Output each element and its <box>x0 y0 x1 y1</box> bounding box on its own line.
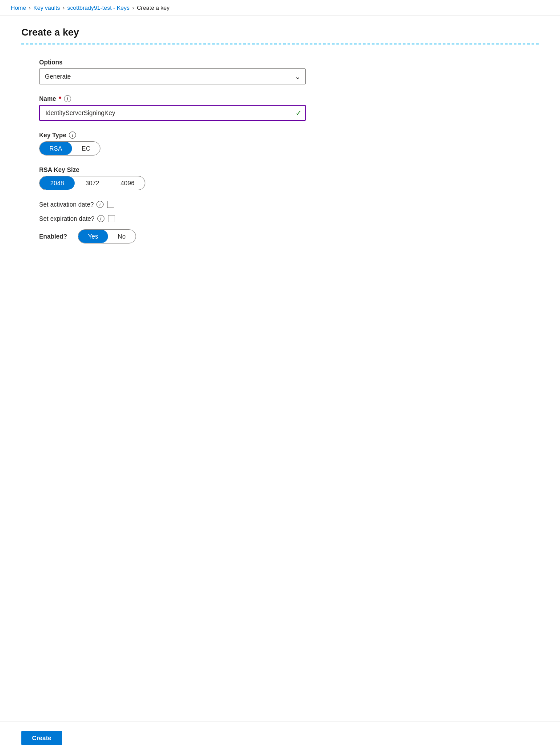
activation-date-row: Set activation date? i <box>39 201 350 208</box>
rsa-key-size-label: RSA Key Size <box>39 166 350 173</box>
enabled-no-button[interactable]: No <box>108 230 136 243</box>
expiration-date-checkbox[interactable] <box>108 215 115 222</box>
footer: Create <box>0 722 560 754</box>
page-title: Create a key <box>21 27 539 38</box>
required-star: * <box>59 95 61 102</box>
breadcrumb-separator-3: › <box>132 4 134 11</box>
main-content: Create a key Options Generate Import Res… <box>0 16 560 722</box>
options-select-wrapper: Generate Import Restore from backup ⌄ <box>39 68 306 84</box>
enabled-toggle-group: Yes No <box>78 229 136 243</box>
breadcrumb-key-vaults[interactable]: Key vaults <box>33 4 60 11</box>
options-label: Options <box>39 59 350 66</box>
check-icon: ✓ <box>296 109 301 117</box>
options-group: Options Generate Import Restore from bac… <box>39 59 350 84</box>
create-button[interactable]: Create <box>21 731 62 745</box>
activation-date-label: Set activation date? i <box>39 201 104 208</box>
key-size-toggle-group: 2048 3072 4096 <box>39 176 145 190</box>
name-info-icon[interactable]: i <box>64 95 71 102</box>
name-group: Name * i ✓ <box>39 95 350 121</box>
key-type-ec-button[interactable]: EC <box>72 142 100 155</box>
activation-date-checkbox[interactable] <box>107 201 114 208</box>
key-size-3072-button[interactable]: 3072 <box>75 176 110 190</box>
breadcrumb-current: Create a key <box>137 4 170 11</box>
breadcrumb: Home › Key vaults › scottbrady91-test - … <box>0 0 560 16</box>
create-key-form: Options Generate Import Restore from bac… <box>39 59 350 243</box>
key-type-label: Key Type i <box>39 132 350 139</box>
breadcrumb-keys[interactable]: scottbrady91-test - Keys <box>67 4 129 11</box>
enabled-yes-button[interactable]: Yes <box>78 230 108 243</box>
enabled-row: Enabled? Yes No <box>39 229 350 243</box>
breadcrumb-separator-1: › <box>29 4 31 11</box>
key-type-toggle-group: RSA EC <box>39 141 100 156</box>
key-type-group: Key Type i RSA EC <box>39 132 350 156</box>
name-input[interactable] <box>39 105 306 121</box>
rsa-key-size-group: RSA Key Size 2048 3072 4096 <box>39 166 350 190</box>
expiration-date-label: Set expiration date? i <box>39 215 104 222</box>
name-label: Name * i <box>39 95 350 102</box>
key-type-info-icon[interactable]: i <box>69 132 76 139</box>
breadcrumb-home[interactable]: Home <box>11 4 26 11</box>
enabled-label: Enabled? <box>39 233 67 240</box>
key-size-2048-button[interactable]: 2048 <box>40 176 75 190</box>
activation-info-icon[interactable]: i <box>96 201 104 208</box>
section-divider <box>21 44 539 44</box>
options-select[interactable]: Generate Import Restore from backup <box>39 68 306 84</box>
expiration-info-icon[interactable]: i <box>97 215 104 222</box>
key-type-rsa-button[interactable]: RSA <box>40 142 72 155</box>
name-input-wrapper: ✓ <box>39 105 306 121</box>
breadcrumb-separator-2: › <box>63 4 64 11</box>
key-size-4096-button[interactable]: 4096 <box>110 176 145 190</box>
expiration-date-row: Set expiration date? i <box>39 215 350 222</box>
